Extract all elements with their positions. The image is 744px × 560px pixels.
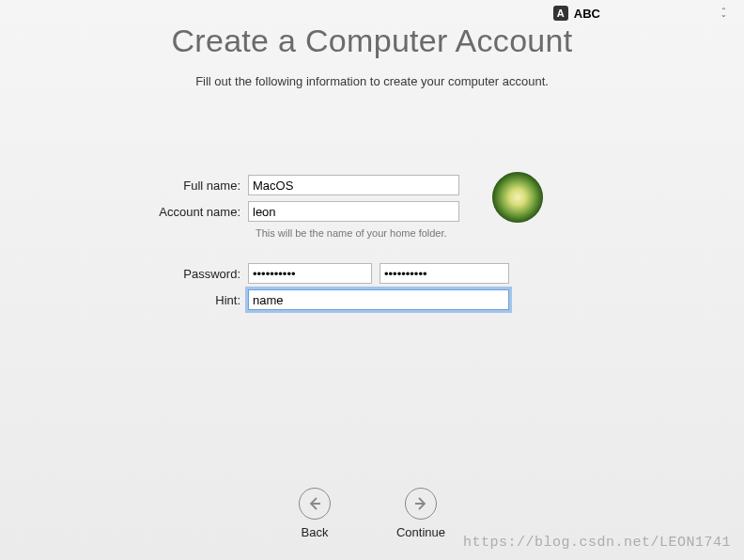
input-source-badge-icon: A (553, 6, 568, 21)
password-field[interactable] (248, 263, 372, 284)
account-name-label: Account name: (109, 205, 248, 219)
watermark: https://blog.csdn.net/LEON1741 (463, 535, 731, 551)
avatar[interactable] (492, 172, 543, 223)
hint-label: Hint: (109, 293, 248, 307)
back-button[interactable]: Back (299, 488, 331, 539)
hint-field[interactable] (248, 289, 509, 310)
continue-button[interactable]: Continue (396, 488, 445, 539)
input-source-indicator[interactable]: A ABC (553, 6, 600, 21)
menu-bar: A ABC ⌃⌄ (553, 6, 727, 21)
account-name-field[interactable] (248, 201, 459, 222)
full-name-label: Full name: (109, 179, 248, 193)
continue-label: Continue (396, 525, 445, 539)
arrow-left-icon (299, 488, 331, 520)
password-label: Password: (109, 267, 248, 281)
arrow-right-icon (405, 488, 437, 520)
input-source-label: ABC (574, 7, 600, 21)
account-name-helper: This will be the name of your home folde… (256, 227, 635, 239)
password-confirm-field[interactable] (380, 263, 509, 284)
nav-buttons: Back Continue (299, 488, 445, 539)
account-form: Full name: Account name: This will be th… (109, 175, 635, 316)
page-subtitle: Fill out the following information to cr… (0, 74, 744, 88)
stepper-icon[interactable]: ⌃⌄ (721, 9, 727, 17)
full-name-field[interactable] (248, 175, 459, 195)
back-label: Back (302, 525, 329, 539)
page-title: Create a Computer Account (0, 23, 744, 59)
